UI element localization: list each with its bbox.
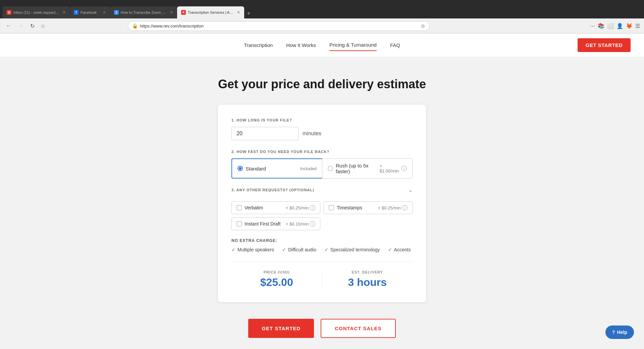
addon-instant-first-draft-name: Instant First Draft <box>245 221 280 227</box>
website: Transcription How It Works Pricing & Tur… <box>0 34 644 349</box>
tab-favicon-gmail: G <box>7 10 11 15</box>
rush-info-icon[interactable]: i <box>401 166 407 171</box>
new-tab-button[interactable]: + <box>244 9 253 18</box>
delivery-col: Est. Delivery 3 hours <box>322 270 413 289</box>
minutes-unit: minutes <box>303 131 321 137</box>
forward-button[interactable]: → <box>16 21 25 30</box>
lock-icon: 🔒 <box>132 23 138 29</box>
delivery-sublabel: Est. Delivery <box>322 270 413 274</box>
minutes-input[interactable] <box>231 127 299 140</box>
hamburger-icon[interactable]: ☰ <box>635 23 640 29</box>
addons-grid: Verbatim + $0.25/min i Timestamps + $0.2… <box>231 201 413 230</box>
checkbox-instant-first-draft <box>236 221 242 227</box>
tab-close-facebook[interactable]: ✕ <box>103 10 106 15</box>
specialized-terminology-label: Specialized terminology <box>330 247 380 252</box>
verbatim-info-icon[interactable]: i <box>310 205 315 210</box>
file-length-label: 1. How long is your file? <box>231 118 413 122</box>
addon-verbatim-name: Verbatim <box>245 205 263 210</box>
price-value: $25.00 <box>231 276 322 289</box>
nav-faq[interactable]: FAQ <box>390 40 400 51</box>
addon-verbatim[interactable]: Verbatim + $0.25/min i <box>231 201 320 214</box>
main-content: Get your price and delivery estimate 1. … <box>0 57 644 349</box>
tab-label-gmail: Inbox (11) - vivek.nayyar1107@... <box>13 10 60 14</box>
address-bar-row: ← → ↻ ⌂ 🔒 https://www.rev.com/transcript… <box>0 18 644 34</box>
checkbox-verbatim <box>236 205 242 210</box>
calculator-card: 1. How long is your file? minutes 2. How… <box>218 105 426 302</box>
contact-sales-button[interactable]: CONTACT SALES <box>321 319 395 338</box>
menu-dots-icon[interactable]: ⋯ <box>590 23 595 29</box>
browser-tab-facebook[interactable]: f Facebook ✕ <box>70 6 110 18</box>
radio-rush <box>328 166 333 171</box>
speed-rush-name: Rush (up to 5x faster) <box>336 163 380 174</box>
radio-standard <box>237 166 243 171</box>
browser-tab-zoom[interactable]: Z How to Transcribe Zoom Reco... ✕ <box>110 6 177 18</box>
address-bar-icons: ☆ <box>421 23 425 29</box>
help-button[interactable]: ? Help <box>605 326 634 339</box>
profile-icon[interactable]: 👤 <box>616 23 623 29</box>
address-bar[interactable]: 🔒 https://www.rev.com/transcription ☆ <box>128 21 430 31</box>
tab-close-rev[interactable]: ✕ <box>237 10 240 15</box>
browser-tabs: G Inbox (11) - vivek.nayyar1107@... ✕ f … <box>3 0 641 18</box>
chevron-up-icon[interactable]: ⌃ <box>409 190 413 195</box>
speed-rush-left: Rush (up to 5x faster) <box>328 163 380 174</box>
addon-verbatim-price: + $0.25/min i <box>286 205 315 210</box>
multiple-speakers-label: Multiple speakers <box>237 247 274 252</box>
tab-manager-icon[interactable]: ⬜ <box>607 23 614 29</box>
radio-dot-standard <box>239 167 241 170</box>
addons-label: 3. Any other requests? (Optional) <box>231 188 314 192</box>
check-difficult-audio-icon: ✓ <box>282 247 286 252</box>
price-sublabel: Price (USD) <box>231 270 322 274</box>
home-button[interactable]: ⌂ <box>39 21 47 30</box>
tab-label-facebook: Facebook <box>80 10 97 14</box>
speed-label: 2. How fast do you need your file back? <box>231 150 413 154</box>
file-length-row: minutes <box>231 127 413 140</box>
tab-close-gmail[interactable]: ✕ <box>62 10 66 15</box>
addon-instant-first-draft[interactable]: Instant First Draft + $0.10/min i <box>231 217 320 230</box>
bookmarks-icon[interactable]: 📚 <box>598 23 604 29</box>
browser-tab-rev[interactable]: R Transcription Services | Audio &... ✕ <box>177 6 244 18</box>
check-multiple-speakers-icon: ✓ <box>231 247 235 252</box>
help-label: Help <box>617 330 627 335</box>
extension-icon[interactable]: 🦊 <box>626 23 633 29</box>
tab-close-zoom[interactable]: ✕ <box>170 10 173 15</box>
nav-pricing[interactable]: Pricing & Turnaround <box>329 39 377 51</box>
url-text: https://www.rev.com/transcription <box>140 23 419 29</box>
nav-links: Transcription How It Works Pricing & Tur… <box>244 39 400 51</box>
no-extra-accents: ✓ Accents <box>388 247 411 252</box>
speed-option-standard[interactable]: Standard Included <box>231 158 322 179</box>
file-length-section: 1. How long is your file? minutes <box>231 118 413 140</box>
instant-first-draft-info-icon[interactable]: i <box>310 221 315 227</box>
speed-standard-left: Standard <box>237 166 266 171</box>
addon-timestamps-price: + $0.25/min i <box>378 205 408 210</box>
check-accents-icon: ✓ <box>388 247 392 252</box>
bottom-buttons: GET STARTED CONTACT SALES <box>7 319 637 338</box>
addon-instant-first-draft-price-text: + $0.10/min <box>286 221 309 227</box>
back-button[interactable]: ← <box>4 21 13 30</box>
nav-how-it-works[interactable]: How It Works <box>286 40 316 51</box>
bookmark-star-icon[interactable]: ☆ <box>421 23 425 29</box>
refresh-button[interactable]: ↻ <box>28 21 37 31</box>
no-extra-items: ✓ Multiple speakers ✓ Difficult audio ✓ … <box>231 247 413 252</box>
speed-rush-price-text: + $1.00/min <box>380 163 400 173</box>
tab-label-rev: Transcription Services | Audio &... <box>188 10 235 14</box>
tab-favicon-facebook: f <box>74 10 78 15</box>
browser-tab-gmail[interactable]: G Inbox (11) - vivek.nayyar1107@... ✕ <box>3 6 70 18</box>
no-extra-section: No extra charge: ✓ Multiple speakers ✓ D… <box>231 238 413 252</box>
get-started-button[interactable]: GET STARTED <box>248 319 314 338</box>
addon-instant-first-draft-price: + $0.10/min i <box>286 221 315 227</box>
speed-option-rush[interactable]: Rush (up to 5x faster) + $1.00/min i <box>322 158 413 179</box>
addon-timestamps[interactable]: Timestamps + $0.25/min i <box>324 201 413 214</box>
tab-favicon-zoom: Z <box>114 10 119 15</box>
addons-header: 3. Any other requests? (Optional) ⌃ <box>231 188 413 197</box>
tab-label-zoom: How to Transcribe Zoom Reco... <box>121 10 168 14</box>
delivery-value: 3 hours <box>322 276 413 289</box>
speed-section: 2. How fast do you need your file back? … <box>231 150 413 179</box>
check-specialized-terminology-icon: ✓ <box>324 247 328 252</box>
browser-right-icons: ⋯ 📚 ⬜ 👤 🦊 ☰ <box>590 23 640 29</box>
nav-transcription[interactable]: Transcription <box>244 40 273 51</box>
price-col: Price (USD) $25.00 <box>231 270 322 289</box>
browser-chrome: G Inbox (11) - vivek.nayyar1107@... ✕ f … <box>0 0 644 18</box>
header-get-started-button[interactable]: GET STARTED <box>578 38 631 52</box>
difficult-audio-label: Difficult audio <box>288 247 316 252</box>
timestamps-info-icon[interactable]: i <box>402 205 408 210</box>
